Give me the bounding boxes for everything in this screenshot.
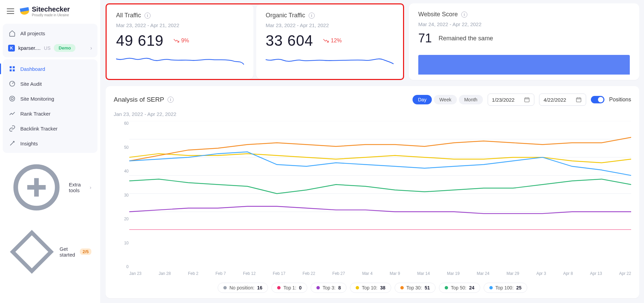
metric-title: All Traffic i	[116, 12, 244, 19]
wand-icon	[9, 140, 16, 147]
chart-plot	[129, 121, 631, 230]
sidebar-item-rank-tracker[interactable]: Rank Tracker	[3, 106, 97, 121]
metric-range: Mar 23, 2022 - Apr 21, 2022	[266, 22, 394, 28]
legend-item[interactable]: Top 30: 51	[395, 283, 436, 293]
serp-title: Analysis of SERP i	[114, 96, 174, 103]
sidebar: Sitechecker Proudly made in Ukraine All …	[0, 0, 100, 303]
trend-down-icon	[323, 38, 329, 43]
info-icon[interactable]: i	[168, 97, 174, 103]
svg-point-5	[10, 96, 15, 101]
main-content: All Traffic i Mar 23, 2022 - Apr 21, 202…	[100, 0, 644, 303]
time-segment: Day Week Month	[413, 95, 483, 104]
sidebar-item-dashboard[interactable]: Dashboard	[3, 61, 97, 76]
chart-x-axis: Jan 23Jan 28Feb 2Feb 7Feb 12Feb 17Feb 22…	[129, 271, 631, 279]
trend-icon	[9, 110, 16, 117]
logo-mark-icon	[20, 7, 29, 15]
legend-item[interactable]: Top 3: 8	[311, 283, 347, 293]
project-avatar-icon: K	[8, 45, 15, 52]
sidebar-item-label: Insights	[20, 141, 38, 146]
metric-title-text: Website Score	[418, 11, 458, 18]
sidebar-item-site-monitoring[interactable]: Site Monitoring	[3, 91, 97, 106]
svg-rect-0	[10, 66, 12, 68]
logo[interactable]: Sitechecker Proudly made in Ukraine	[20, 5, 70, 17]
svg-rect-12	[576, 98, 581, 102]
positions-toggle[interactable]	[591, 96, 604, 103]
segment-month[interactable]: Month	[459, 95, 483, 104]
legend-item[interactable]: Top 10: 38	[350, 283, 391, 293]
metric-cards-row: All Traffic i Mar 23, 2022 - Apr 21, 202…	[106, 3, 639, 80]
serp-range: Jan 23, 2022 - Apr 22, 2022	[114, 111, 631, 117]
project-locale: US	[44, 45, 50, 51]
card-website-score[interactable]: Website Score i Mar 24, 2022 - Apr 22, 2…	[409, 3, 639, 80]
sidebar-item-all-projects[interactable]: All projects	[3, 26, 97, 41]
card-organic-traffic[interactable]: Organic Traffic i Mar 23, 2022 - Apr 21,…	[256, 4, 403, 79]
calendar-icon	[524, 97, 530, 103]
metric-value: 33 604	[266, 32, 313, 49]
metric-title: Organic Traffic i	[266, 12, 394, 19]
metric-trend: 12%	[323, 38, 342, 44]
chevron-right-icon: ›	[90, 45, 92, 51]
logo-text: Sitechecker	[32, 5, 70, 13]
highlighted-metrics: All Traffic i Mar 23, 2022 - Apr 21, 202…	[106, 3, 404, 80]
sidebar-item-label: Extra tools	[69, 182, 85, 193]
sidebar-item-extra-tools[interactable]: Extra tools ›	[3, 155, 97, 220]
info-icon[interactable]: i	[145, 13, 151, 19]
segment-week[interactable]: Week	[434, 95, 457, 104]
metric-value: 49 619	[116, 32, 164, 49]
sidebar-item-label: Site Monitoring	[20, 96, 54, 102]
card-all-traffic[interactable]: All Traffic i Mar 23, 2022 - Apr 21, 202…	[107, 4, 253, 79]
info-icon[interactable]: i	[309, 13, 315, 19]
legend-item[interactable]: Top 100: 25	[484, 283, 527, 293]
svg-rect-3	[13, 69, 15, 72]
metric-delta: 9%	[181, 38, 189, 44]
link-icon	[9, 125, 16, 132]
metric-range: Mar 23, 2022 - Apr 21, 2022	[116, 22, 244, 28]
svg-rect-1	[13, 66, 15, 68]
metric-range: Mar 24, 2022 - Apr 22, 2022	[418, 21, 630, 27]
legend-item[interactable]: No position: 16	[218, 283, 268, 293]
segment-day[interactable]: Day	[413, 95, 432, 104]
dashboard-icon	[9, 65, 16, 72]
sidebar-item-label: Dashboard	[20, 66, 45, 72]
home-icon	[9, 30, 16, 37]
card-serp-analysis: Analysis of SERP i Day Week Month 1/23/2…	[106, 86, 639, 298]
metric-value: 71	[418, 31, 432, 45]
legend-item[interactable]: Top 50: 24	[439, 283, 480, 293]
menu-icon[interactable]	[7, 8, 14, 14]
date-to-value: 4/22/2022	[543, 97, 566, 103]
score-bar	[418, 55, 630, 75]
sidebar-item-label: Backlink Tracker	[20, 126, 58, 132]
serp-header: Analysis of SERP i Day Week Month 1/23/2…	[114, 94, 631, 106]
sidebar-item-label: Rank Tracker	[20, 111, 50, 117]
sidebar-item-label: All projects	[20, 31, 45, 36]
logo-tagline: Proudly made in Ukraine	[32, 13, 70, 17]
monitor-icon	[9, 95, 16, 102]
sidebar-item-get-started[interactable]: Get started 2/5	[3, 224, 97, 280]
sidebar-item-backlink-tracker[interactable]: Backlink Tracker	[3, 121, 97, 136]
sparkline	[116, 54, 244, 68]
project-block: All projects K kparser.... US Demo ›	[3, 24, 97, 57]
chart-y-axis: 6050403020100	[114, 121, 129, 269]
calendar-icon	[576, 97, 582, 103]
serp-title-text: Analysis of SERP	[114, 96, 164, 103]
card-icon	[9, 290, 71, 303]
info-icon[interactable]: i	[461, 12, 467, 18]
sidebar-item-site-audit[interactable]: Site Audit	[3, 76, 97, 91]
chart-legend: No position: 16Top 1: 0Top 3: 8Top 10: 3…	[114, 283, 631, 293]
sidebar-project-selector[interactable]: K kparser.... US Demo ›	[3, 41, 97, 55]
sidebar-item-pricing[interactable]: Pricing	[3, 286, 97, 303]
demo-badge: Demo	[54, 44, 75, 52]
diamond-icon	[9, 229, 55, 275]
serp-chart: 6050403020100 Jan 23Jan 28Feb 2Feb 7Feb …	[114, 121, 631, 279]
sidebar-item-insights[interactable]: Insights	[3, 136, 97, 151]
progress-badge: 2/5	[80, 248, 91, 255]
plus-circle-icon	[9, 160, 64, 215]
date-from-input[interactable]: 1/23/2022	[488, 94, 535, 106]
project-name: kparser....	[18, 45, 41, 51]
svg-rect-11	[525, 98, 530, 102]
date-to-input[interactable]: 4/22/2022	[539, 94, 586, 106]
date-from-value: 1/23/2022	[492, 97, 515, 103]
legend-item[interactable]: Top 1: 0	[271, 283, 307, 293]
svg-point-6	[11, 98, 14, 100]
metric-title: Website Score i	[418, 11, 630, 18]
